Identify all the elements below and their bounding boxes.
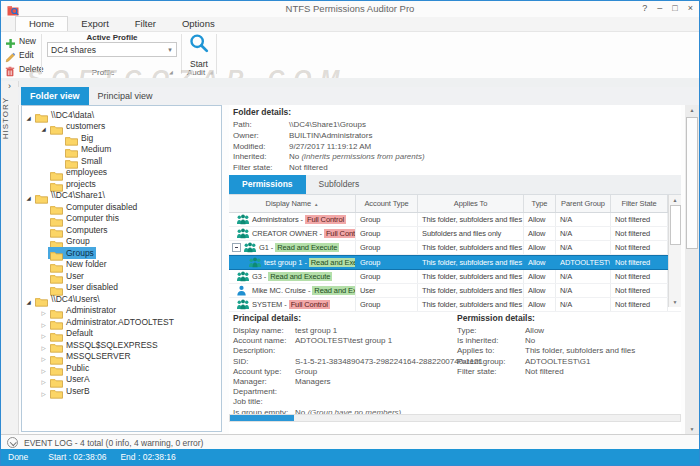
history-strip-label: HISTORY [1, 97, 18, 139]
tree-item[interactable]: New folder [22, 259, 221, 271]
tree-item[interactable]: Public [22, 362, 221, 374]
column-header-account-type[interactable]: Account Type [356, 195, 418, 212]
view-tab-folder-view[interactable]: Folder view [21, 87, 89, 105]
column-header-type[interactable]: Type [524, 195, 556, 212]
principal-name: CREATOR OWNER - [252, 229, 322, 238]
expand-icon[interactable] [39, 382, 48, 400]
collapse-icon[interactable] [24, 186, 33, 204]
permission-row[interactable]: Mike MC. Cruise - Read and ExecuteUserTh… [229, 284, 681, 298]
tree-item[interactable]: \\DC4\Share1\ [22, 190, 221, 202]
column-header-label: Account Type [364, 199, 408, 208]
detail-label: Is inherited: [457, 336, 525, 346]
tree-item-label: MSSQLSERVER [66, 351, 131, 361]
tree-item[interactable]: employees [22, 167, 221, 179]
horizontal-scrollbar[interactable] [229, 414, 681, 422]
collapse-icon[interactable] [24, 290, 33, 308]
table-scrollbar[interactable]: ▲ ▼ [668, 195, 681, 307]
tree-item[interactable]: Computers [22, 224, 221, 236]
history-panel-strip[interactable]: › HISTORY [1, 81, 19, 434]
permission-row[interactable]: SYSTEM - Full ControlGroupThis folder, s… [229, 298, 681, 312]
column-header-display-name[interactable]: Display Name [229, 195, 356, 212]
detail-value: ADTOOLTEST\test group 1 [295, 336, 392, 345]
account-type-cell: Group [356, 256, 418, 269]
ribbon-tab-export[interactable]: Export [68, 17, 121, 31]
detail-label: Inherited: [233, 152, 289, 163]
group-icon [236, 214, 250, 225]
view-tab-principal-view[interactable]: Principal view [89, 87, 162, 105]
tree-item[interactable]: Medium [22, 144, 221, 156]
tree-item-body: \\DC4\Share1\ [33, 190, 107, 202]
new-button[interactable]: New [5, 34, 44, 47]
permission-row[interactable]: CREATOR OWNER - Full ControlGroupSubfold… [229, 227, 681, 241]
column-header-label: Parent Group [561, 199, 605, 208]
scroll-down-icon[interactable]: ▼ [685, 424, 699, 434]
horizontal-scrollbar-thumb[interactable] [230, 415, 294, 421]
column-header-label: Type [532, 199, 548, 208]
event-log-bar[interactable]: EVENT LOG - 4 total (0 info, 4 warning, … [1, 434, 699, 450]
tree-item[interactable]: User [22, 270, 221, 282]
table-scrollbar-thumb[interactable] [670, 205, 681, 245]
collapse-box-icon[interactable] [232, 243, 241, 252]
tree-item[interactable]: Administrator.ADTOOLTEST [22, 316, 221, 328]
scroll-up-icon[interactable]: ▲ [685, 105, 699, 115]
collapse-icon[interactable] [39, 117, 48, 135]
panel-scrollbar[interactable]: ▲ ▼ [685, 105, 699, 434]
tab-subfolders[interactable]: Subfolders [306, 175, 373, 194]
tree-item[interactable]: Group [22, 236, 221, 248]
tree-item[interactable]: \\DC4\Users\ [22, 293, 221, 305]
column-header-applies-to[interactable]: Applies To [418, 195, 524, 212]
tree-item[interactable]: projects [22, 178, 221, 190]
tree-item[interactable]: MSSQLSERVER [22, 351, 221, 363]
minimize-button[interactable]: – [657, 3, 662, 14]
folder-icon [50, 259, 64, 270]
folder-details-title: Folder details: [233, 107, 425, 117]
tab-permissions[interactable]: Permissions [229, 175, 306, 194]
detail-value: Managers [295, 377, 331, 386]
scroll-down-icon[interactable]: ▼ [669, 297, 681, 307]
tree-item[interactable]: Small [22, 155, 221, 167]
close-button[interactable]: × [688, 3, 693, 14]
collapse-icon[interactable] [24, 106, 33, 124]
tree-item[interactable]: Computer this [22, 213, 221, 225]
tree-item[interactable]: Default [22, 328, 221, 340]
scroll-up-icon[interactable]: ▲ [669, 195, 681, 205]
delete-button[interactable]: Delete [5, 62, 44, 75]
tree-item[interactable]: UserA [22, 374, 221, 386]
tree-item[interactable]: MSSQL$SQLEXPRESS [22, 339, 221, 351]
edit-button[interactable]: Edit [5, 48, 44, 61]
audit-dialog-launcher-icon[interactable] [209, 69, 215, 75]
ribbon-tab-home[interactable]: Home [15, 16, 68, 31]
tree-item[interactable]: User disabled [22, 282, 221, 294]
permission-row[interactable]: G1 - Read and ExecuteGroupThis folder, s… [229, 241, 681, 255]
start-audit-button[interactable]: Start [185, 33, 213, 69]
folder-icon [50, 351, 64, 362]
profile-dropdown[interactable]: DC4 shares ▾ [47, 42, 177, 57]
tree-item[interactable]: Computer disabled [22, 201, 221, 213]
detail-value: test group 1 [295, 326, 337, 335]
permission-row[interactable]: G3 - Read and ExecuteGroupThis folder, s… [229, 270, 681, 284]
permission-row[interactable]: Administrators - Full ControlGroupThis f… [229, 213, 681, 227]
column-header-filter-state[interactable]: Filter State [611, 195, 668, 212]
permission-row[interactable]: test group 1 - Read and ExecuteGroupThis… [229, 255, 681, 270]
chevron-down-circle-icon[interactable] [7, 437, 18, 448]
help-button[interactable]: ? [642, 3, 647, 14]
tree-item-label: \\DC4\Share1\ [51, 190, 105, 200]
tree-item[interactable]: Groups [22, 247, 221, 259]
tree-item[interactable]: Administrator [22, 305, 221, 317]
tree-item-body: Groups [48, 247, 96, 259]
column-header-label: Filter State [621, 199, 656, 208]
maximize-button[interactable]: □ [672, 3, 677, 14]
expand-panel-icon[interactable]: › [1, 81, 18, 91]
tree-item-label: Administrator.ADTOOLTEST [66, 317, 174, 327]
ribbon-tab-options[interactable]: Options [169, 17, 228, 31]
button-label: New [19, 36, 36, 46]
tree-item[interactable]: \\DC4\data\ [22, 109, 221, 121]
chevron-down-icon[interactable]: ▾ [164, 46, 176, 54]
tree-item[interactable]: customers [22, 121, 221, 133]
panel-scrollbar-thumb[interactable] [686, 117, 698, 249]
tree-item[interactable]: UserB [22, 385, 221, 397]
column-header-parent-group[interactable]: Parent Group [556, 195, 611, 212]
profile-dialog-launcher-icon[interactable] [169, 69, 175, 75]
ribbon-tab-filter[interactable]: Filter [122, 17, 169, 31]
principal-name: G3 - [252, 272, 266, 281]
